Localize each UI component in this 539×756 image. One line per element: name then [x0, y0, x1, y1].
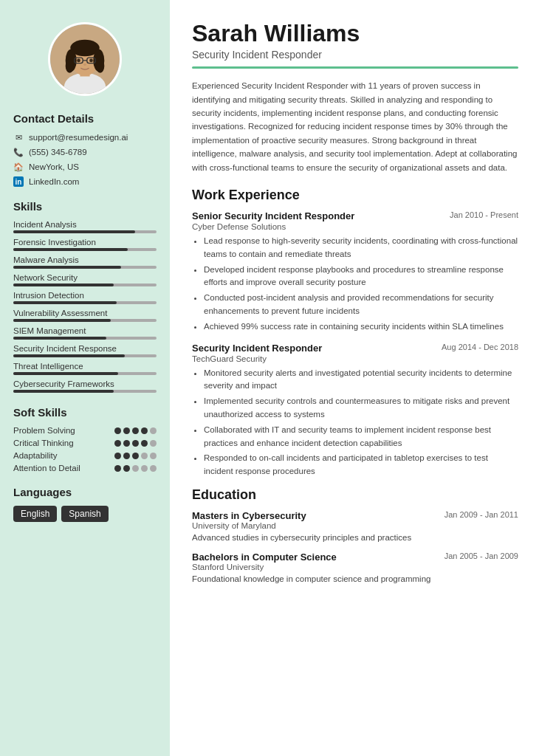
skill-item: Security Incident Response [13, 344, 157, 357]
candidate-job-title: Security Incident Responder [192, 49, 518, 61]
job-title-name: Senior Security Incident Responder [192, 210, 354, 221]
skill-item: SIEM Management [13, 326, 157, 340]
edu-date: Jan 2005 - Jan 2009 [444, 551, 518, 560]
edu-school: Stanford University [192, 563, 518, 571]
skill-item: Network Security [13, 273, 157, 286]
soft-skill-item: Attention to Detail [13, 464, 157, 472]
contact-location-text: NewYork, US [29, 162, 79, 171]
job-bullet: Achieved 99% success rate in containing … [204, 320, 518, 334]
job-item: Senior Security Incident Responder Jan 2… [192, 210, 518, 334]
dot [132, 427, 139, 434]
skill-item: Cybersecurity Frameworks [13, 379, 157, 393]
skill-name: Forensic Investigation [13, 238, 157, 247]
dot [132, 453, 139, 459]
edu-item: Bachelors in Computer Science Jan 2005 -… [192, 551, 518, 585]
dot [150, 440, 157, 447]
skill-name: Security Incident Response [13, 344, 157, 353]
skill-bar-fill [13, 372, 118, 375]
summary-text: Experienced Security Incident Responder … [192, 79, 518, 174]
edu-degree: Masters in Cybersecurity [192, 510, 306, 521]
languages-title: Languages [13, 486, 157, 498]
phone-icon: 📞 [13, 147, 24, 157]
jobs-list: Senior Security Incident Responder Jan 2… [192, 210, 518, 478]
dot [123, 440, 130, 447]
svg-point-7 [66, 59, 74, 73]
edu-date: Jan 2009 - Jan 2011 [444, 510, 518, 519]
lang-english: English [13, 506, 57, 522]
dot [141, 440, 148, 447]
skill-name: SIEM Management [13, 326, 157, 335]
avatar-container [13, 22, 157, 96]
candidate-name: Sarah Williams [192, 21, 518, 47]
skill-bar-fill [13, 354, 125, 357]
job-bullets: Monitored security alerts and investigat… [192, 367, 518, 479]
skill-bar-fill [13, 390, 114, 393]
skill-name: Intrusion Detection [13, 291, 157, 300]
skill-bar-bg [13, 248, 157, 251]
skill-bar-fill [13, 337, 106, 340]
edu-desc: Foundational knowledge in computer scien… [192, 573, 518, 585]
dot [132, 440, 139, 447]
soft-skill-name: Attention to Detail [13, 464, 83, 472]
dot [114, 453, 121, 459]
job-bullet: Collaborated with IT and security teams … [204, 424, 518, 450]
education-heading: Education [192, 487, 518, 503]
skill-bar-bg [13, 301, 157, 304]
dots [114, 440, 157, 447]
dot [141, 427, 148, 434]
skill-bar-bg [13, 319, 157, 322]
job-item: Security Incident Responder Aug 2014 - D… [192, 343, 518, 479]
job-bullet: Responded to on-call incidents and parti… [204, 452, 518, 478]
job-bullet: Conducted post-incident analysis and pro… [204, 292, 518, 318]
dot [141, 465, 148, 472]
svg-point-14 [83, 63, 86, 66]
contact-location: 🏠 NewYork, US [13, 162, 157, 172]
dots [114, 427, 157, 434]
dot [150, 465, 157, 472]
skill-name: Incident Analysis [13, 220, 157, 229]
dot [123, 465, 130, 472]
soft-skill-item: Critical Thinking [13, 439, 157, 447]
soft-skill-name: Adaptability [13, 451, 83, 460]
avatar [48, 22, 122, 96]
job-bullet: Developed incident response playbooks an… [204, 264, 518, 290]
job-date: Aug 2014 - Dec 2018 [442, 343, 518, 351]
skill-name: Malware Analysis [13, 255, 157, 264]
skill-item: Threat Intelligence [13, 362, 157, 375]
dot [141, 453, 148, 459]
email-icon: ✉ [13, 132, 24, 142]
job-bullets: Lead response to high-severity security … [192, 235, 518, 334]
skills-title: Skills [13, 200, 157, 213]
soft-skills-list: Problem Solving Critical Thinking Adapta… [13, 426, 157, 472]
skill-bar-bg [13, 284, 157, 286]
job-company: TechGuard Security [192, 354, 518, 363]
contact-phone-text: (555) 345-6789 [29, 148, 87, 157]
skill-name: Cybersecurity Frameworks [13, 379, 157, 388]
skill-item: Forensic Investigation [13, 238, 157, 251]
home-icon: 🏠 [13, 162, 24, 172]
skill-name: Vulnerability Assessment [13, 309, 157, 317]
skill-item: Malware Analysis [13, 255, 157, 269]
linkedin-icon: in [13, 176, 24, 187]
skill-bar-fill [13, 301, 117, 304]
contact-phone: 📞 (555) 345-6789 [13, 147, 157, 157]
job-header: Security Incident Responder Aug 2014 - D… [192, 343, 518, 354]
dot [150, 453, 157, 459]
dot [123, 453, 130, 459]
edu-header: Masters in Cybersecurity Jan 2009 - Jan … [192, 510, 518, 521]
soft-skills-title: Soft Skills [13, 406, 157, 419]
contact-title: Contact Details [13, 112, 157, 125]
skill-bar-bg [13, 230, 157, 233]
skill-bar-bg [13, 372, 157, 375]
dots [114, 465, 157, 472]
skill-bar-bg [13, 390, 157, 393]
skill-item: Intrusion Detection [13, 291, 157, 304]
soft-skill-name: Critical Thinking [13, 439, 83, 447]
svg-point-13 [89, 59, 93, 63]
accent-divider [192, 66, 518, 69]
contact-email-text: support@resumedesign.ai [29, 133, 128, 142]
skill-bar-fill [13, 284, 114, 286]
contact-linkedin: in LinkedIn.com [13, 176, 157, 187]
sidebar: Contact Details ✉ support@resumedesign.a… [0, 0, 170, 756]
dot [132, 465, 139, 472]
